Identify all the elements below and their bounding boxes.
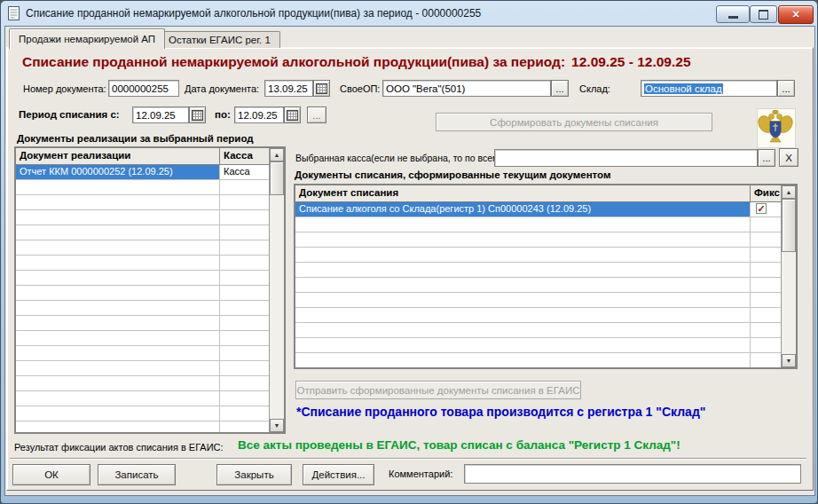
table-cell[interactable] [220, 240, 270, 255]
table-row[interactable] [295, 368, 782, 369]
scroll-down-icon[interactable]: ▼ [782, 354, 796, 367]
scroll-thumb[interactable] [270, 161, 284, 195]
scroll-up-icon[interactable]: ▲ [270, 148, 284, 161]
table-row[interactable]: Отчет ККМ 0000000252 (12.09.25)Касса [16, 165, 270, 180]
table-cell[interactable] [295, 232, 751, 247]
table-cell[interactable] [16, 256, 220, 270]
table-cell[interactable] [751, 308, 782, 322]
table-cell[interactable] [220, 316, 270, 330]
scroll-down-icon[interactable]: ▼ [270, 419, 284, 432]
table-row[interactable] [16, 286, 270, 301]
table-cell[interactable]: Касса [220, 165, 270, 179]
table-row[interactable] [295, 217, 782, 232]
scroll-up-icon[interactable]: ▲ [782, 185, 796, 199]
table-cell[interactable] [220, 210, 270, 224]
selected-cashbox-field[interactable] [494, 149, 758, 167]
close-form-button[interactable]: Закрыть [216, 464, 292, 485]
own-op-select-button[interactable]: ... [551, 80, 569, 97]
table-cell[interactable] [220, 391, 270, 406]
fix-checkbox[interactable]: ✓ [756, 203, 767, 214]
period-options-button[interactable]: ... [307, 106, 326, 123]
table-row[interactable] [295, 353, 782, 368]
table-row[interactable] [16, 331, 270, 346]
table-row[interactable] [16, 376, 270, 391]
warehouse-select-button[interactable]: ... [777, 80, 795, 97]
table-cell[interactable] [220, 376, 270, 390]
actions-button[interactable]: Действия... [303, 464, 374, 485]
table-row[interactable] [16, 421, 270, 434]
doc-number-field[interactable]: 0000000255 [108, 80, 179, 97]
table-row[interactable] [295, 323, 782, 338]
table-cell[interactable] [16, 240, 220, 255]
table-cell[interactable] [295, 217, 751, 232]
table-cell[interactable] [16, 195, 220, 209]
table-cell[interactable] [751, 278, 782, 292]
table-cell[interactable] [16, 376, 220, 390]
table-row[interactable] [16, 391, 270, 406]
table-cell[interactable] [16, 301, 220, 315]
table-cell[interactable] [295, 308, 751, 322]
table-cell[interactable] [295, 248, 751, 262]
table-cell[interactable] [751, 263, 782, 277]
close-button[interactable]: × [778, 5, 814, 24]
minimize-button[interactable] [716, 5, 750, 23]
doc-date-field[interactable]: 13.09.25 [264, 80, 313, 97]
table-cell[interactable] [16, 391, 220, 406]
table-cell[interactable] [16, 316, 220, 330]
table-row[interactable] [16, 195, 270, 210]
table-cell[interactable]: ✓ [751, 202, 782, 217]
table-cell[interactable] [16, 271, 220, 285]
table-cell[interactable] [220, 331, 270, 345]
scroll-thumb[interactable] [782, 199, 796, 252]
table-row[interactable]: Списание алкоголя со Склада(регистр 1) С… [295, 202, 782, 217]
table-cell[interactable] [16, 406, 220, 421]
table-cell[interactable] [295, 263, 751, 277]
tab-sales-unmarked[interactable]: Продажи немаркируемой АП [9, 28, 165, 49]
table-row[interactable] [295, 338, 782, 353]
table-cell[interactable] [295, 368, 751, 369]
period-to-field[interactable]: 12.09.25 [234, 106, 284, 123]
table-cell[interactable] [295, 323, 751, 337]
table-row[interactable] [16, 316, 270, 331]
period-to-calendar-button[interactable] [284, 106, 301, 123]
vertical-scrollbar[interactable]: ▲ ▼ [781, 185, 796, 367]
table-cell[interactable] [220, 421, 270, 434]
table-cell[interactable] [751, 248, 782, 262]
table-cell[interactable] [220, 180, 270, 194]
table-cell[interactable] [220, 346, 270, 360]
table-cell[interactable] [220, 225, 270, 240]
period-from-field[interactable]: 12.09.25 [132, 106, 189, 123]
table-cell[interactable] [220, 256, 270, 270]
maximize-button[interactable] [750, 5, 777, 23]
table-row[interactable] [16, 271, 270, 286]
period-from-calendar-button[interactable] [189, 106, 206, 123]
generate-writeoff-docs-button[interactable]: Сформировать докумены списания [436, 113, 712, 131]
table-row[interactable] [16, 361, 270, 376]
table-cell[interactable] [220, 406, 270, 421]
ok-button[interactable]: ОК [12, 464, 90, 485]
table-cell[interactable] [295, 278, 751, 292]
table-cell[interactable]: Отчет ККМ 0000000252 (12.09.25) [16, 165, 220, 179]
table-row[interactable] [295, 248, 782, 263]
warehouse-field[interactable]: Основной склад [641, 80, 777, 97]
table-cell[interactable] [16, 225, 220, 240]
table-row[interactable] [295, 278, 782, 293]
table-cell[interactable] [16, 346, 220, 360]
comment-field[interactable] [464, 464, 801, 484]
save-button[interactable]: Записать [98, 464, 176, 485]
tab-egais-remains[interactable]: Остатки ЕГАИС рег. 1 [159, 31, 280, 48]
table-cell[interactable] [16, 180, 220, 194]
table-cell[interactable] [16, 210, 220, 224]
table-cell[interactable] [751, 368, 782, 369]
table-row[interactable] [295, 293, 782, 308]
doc-date-calendar-button[interactable] [313, 80, 330, 97]
titlebar[interactable]: Списание проданной немаркируемой алкогол… [1, 1, 817, 26]
table-row[interactable] [16, 406, 270, 421]
table-cell[interactable] [16, 421, 220, 434]
table-cell[interactable] [751, 338, 782, 352]
table-row[interactable] [16, 240, 270, 256]
table-cell[interactable] [220, 195, 270, 209]
cashbox-clear-button[interactable]: X [779, 148, 798, 167]
table-row[interactable] [16, 210, 270, 225]
table-cell[interactable] [220, 271, 270, 285]
